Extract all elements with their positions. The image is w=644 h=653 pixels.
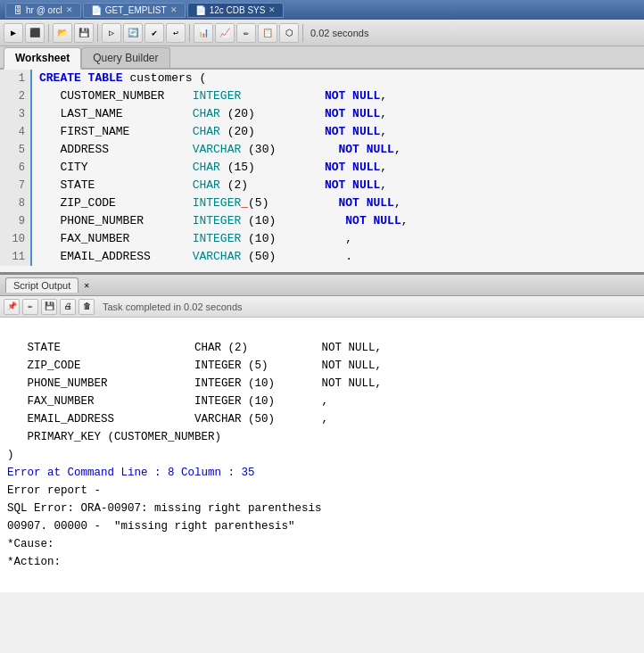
run-script-button[interactable]: ▷ <box>102 23 121 43</box>
output-panel: Script Output ✕ 📌 ✏ 💾 🖨 🗑 Task completed… <box>0 275 644 592</box>
edit-button[interactable]: ✏ <box>22 299 38 315</box>
title-tab-emplist-label: GET_EMPLIST <box>105 5 167 15</box>
code-line-8: 8 ZIP_CODE INTEGER_(5) NOT NULL, <box>0 194 644 212</box>
commit-button[interactable]: ✔ <box>144 23 164 43</box>
output-line-6: PRIMARY_KEY (CUSTOMER_NUMBER) <box>7 431 221 443</box>
print-button[interactable]: 🖨 <box>60 299 76 315</box>
output-line-2: ZIP_CODE INTEGER (5) NOT NULL, <box>7 360 382 372</box>
rollback-button[interactable]: ↩ <box>166 23 186 43</box>
execution-time: 0.02 seconds <box>310 28 368 38</box>
output-line-4: FAX_NUMBER INTEGER (10) , <box>7 395 328 408</box>
code-line-7: 7 STATE CHAR (2) NOT NULL, <box>0 177 644 194</box>
output-line-3: PHONE_NUMBER INTEGER (10) NOT NULL, <box>7 377 382 390</box>
refresh-button[interactable]: 🔄 <box>123 23 143 43</box>
output-status-label: Task completed in 0.02 seconds <box>103 302 243 312</box>
sql-icon: 📄 <box>91 5 102 15</box>
output-line-8: Error report - <box>7 484 101 497</box>
code-line-1: 1 CREATE TABLE customers ( <box>0 70 644 87</box>
autotrace-button[interactable]: 📈 <box>215 23 235 43</box>
editor-tab-bar: Worksheet Query Builder <box>0 46 644 70</box>
close-icon-2[interactable]: ✕ <box>170 5 178 14</box>
sep3 <box>189 24 190 42</box>
tab-worksheet[interactable]: Worksheet <box>4 47 81 70</box>
stop-button[interactable]: ⬛ <box>25 23 45 43</box>
format-button[interactable]: ⬡ <box>279 23 299 43</box>
output-line-9: SQL Error: ORA-00907: missing right pare… <box>7 502 322 515</box>
sep1 <box>48 24 49 42</box>
code-line-6: 6 CITY CHAR (15) NOT NULL, <box>0 159 644 177</box>
title-tab-hr-label: hr @ orcl <box>26 5 62 15</box>
code-editor[interactable]: 1 CREATE TABLE customers ( 2 CUSTOMER_NU… <box>0 70 644 275</box>
title-tab-hr[interactable]: 🗄 hr @ orcl ✕ <box>5 3 81 18</box>
output-content: STATE CHAR (2) NOT NULL, ZIP_CODE INTEGE… <box>0 318 644 592</box>
title-tab-cdb[interactable]: 📄 12c CDB SYS ✕ <box>187 3 285 18</box>
db-icon: 🗄 <box>13 5 22 15</box>
toolbar: ▶ ⬛ 📂 💾 ▷ 🔄 ✔ ↩ 📊 📈 ✏ 📋 ⬡ 0.02 seconds <box>0 20 644 46</box>
title-tab-emplist[interactable]: 📄 GET_EMPLIST ✕ <box>83 3 186 18</box>
close-icon[interactable]: ✕ <box>66 5 73 14</box>
title-tab-cdb-label: 12c CDB SYS <box>210 5 266 15</box>
save-output-button[interactable]: 💾 <box>41 299 57 315</box>
sep4 <box>302 24 303 42</box>
save-button[interactable]: 💾 <box>74 23 94 43</box>
clear-output-button[interactable]: 🗑 <box>78 299 95 315</box>
code-line-2: 2 CUSTOMER_NUMBER INTEGER NOT NULL, <box>0 87 644 105</box>
code-line-4: 4 FIRST_NAME CHAR (20) NOT NULL, <box>0 123 644 141</box>
title-tabs: 🗄 hr @ orcl ✕ 📄 GET_EMPLIST ✕ 📄 12c CDB … <box>5 3 284 18</box>
output-line-5: EMAIL_ADDRESS VARCHAR (50) , <box>7 413 328 426</box>
output-tab[interactable]: Script Output <box>5 277 78 293</box>
output-toolbar: 📌 ✏ 💾 🖨 🗑 Task completed in 0.02 seconds <box>0 296 644 318</box>
open-button[interactable]: 📂 <box>53 23 72 43</box>
output-line-10: 00907. 00000 - "missing right parenthesi… <box>7 520 295 533</box>
sql-icon-2: 📄 <box>195 5 206 15</box>
code-line-9: 9 PHONE_NUMBER INTEGER (10) NOT NULL, <box>0 212 644 230</box>
close-icon-3[interactable]: ✕ <box>268 5 276 14</box>
tab-query-builder[interactable]: Query Builder <box>81 47 169 68</box>
history-button[interactable]: 📋 <box>258 23 277 43</box>
output-line-11: *Cause: <box>7 538 54 550</box>
run-button[interactable]: ▶ <box>4 23 23 43</box>
explain-button[interactable]: 📊 <box>194 23 213 43</box>
output-header: Script Output ✕ <box>0 275 644 296</box>
output-line-7: ) <box>7 449 14 461</box>
pin-button[interactable]: 📌 <box>4 299 20 315</box>
output-error-line: Error at Command Line : 8 Column : 35 <box>7 467 255 479</box>
close-output-icon[interactable]: ✕ <box>84 280 89 291</box>
sep2 <box>97 24 98 42</box>
code-line-11: 11 EMAIL_ADDRESS VARCHAR (50) . <box>0 248 644 266</box>
output-line-1: STATE CHAR (2) NOT NULL, <box>7 342 382 354</box>
code-line-5: 5 ADDRESS VARCHAR (30) NOT NULL, <box>0 141 644 159</box>
clear-button[interactable]: ✏ <box>236 23 256 43</box>
code-line-3: 3 LAST_NAME CHAR (20) NOT NULL, <box>0 105 644 123</box>
title-bar: 🗄 hr @ orcl ✕ 📄 GET_EMPLIST ✕ 📄 12c CDB … <box>0 0 644 20</box>
code-line-10: 10 FAX_NUMBER INTEGER (10) , <box>0 230 644 248</box>
output-line-12: *Action: <box>7 556 61 568</box>
